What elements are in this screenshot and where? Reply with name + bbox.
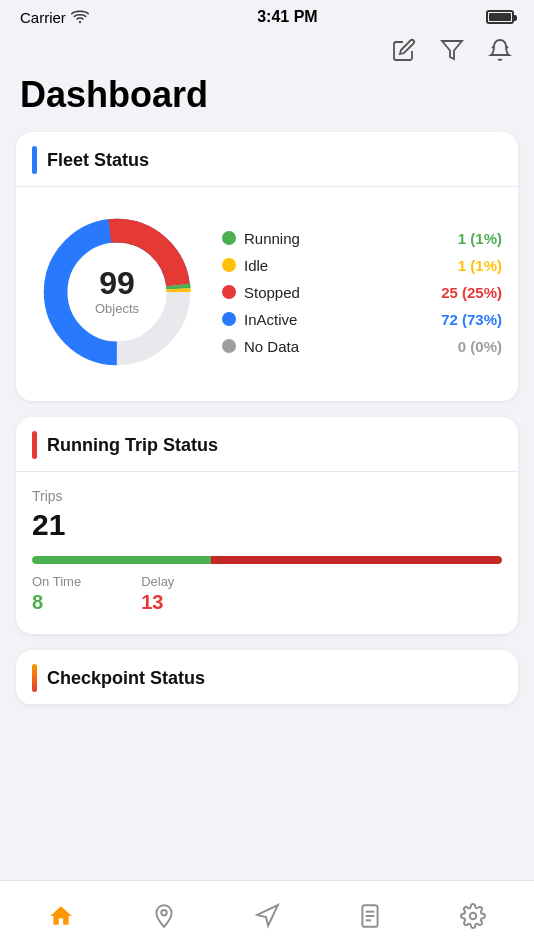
fleet-status-accent [32, 146, 37, 174]
legend-inactive: InActive 72 (73%) [222, 311, 502, 328]
edit-button[interactable] [390, 36, 418, 64]
stopped-label: Stopped [244, 284, 433, 301]
delay-value: 13 [141, 591, 174, 614]
running-value: 1 (1%) [458, 230, 502, 247]
svg-marker-1 [442, 41, 462, 59]
svg-point-8 [161, 910, 166, 915]
ontime-value: 8 [32, 591, 81, 614]
bottom-nav [0, 880, 534, 950]
inactive-dot [222, 312, 236, 326]
trip-body: Trips 21 On Time 8 Delay 13 [16, 472, 518, 634]
trip-progress-bar [32, 556, 502, 564]
ontime-label: On Time [32, 574, 81, 589]
idle-value: 1 (1%) [458, 257, 502, 274]
stopped-dot [222, 285, 236, 299]
running-trip-title: Running Trip Status [47, 435, 218, 456]
fleet-legend: Running 1 (1%) Idle 1 (1%) Stopped 25 (2… [222, 230, 502, 355]
nodata-label: No Data [244, 338, 450, 355]
nav-home[interactable] [10, 895, 113, 929]
nodata-value: 0 (0%) [458, 338, 502, 355]
nav-navigation[interactable] [216, 895, 319, 929]
wifi-icon [71, 9, 89, 26]
idle-dot [222, 258, 236, 272]
document-icon [357, 903, 383, 929]
home-icon [48, 903, 74, 929]
trips-count: 21 [32, 508, 502, 542]
filter-button[interactable] [438, 36, 466, 64]
trips-label: Trips [32, 488, 502, 504]
inactive-label: InActive [244, 311, 433, 328]
stopped-value: 25 (25%) [441, 284, 502, 301]
toolbar [0, 30, 534, 70]
donut-label: 99 Objects [95, 267, 139, 317]
status-bar: Carrier 3:41 PM [0, 0, 534, 30]
fleet-status-body: 99 Objects Running 1 (1%) Idle 1 (1%) St… [16, 187, 518, 401]
running-dot [222, 231, 236, 245]
trip-stats: On Time 8 Delay 13 [32, 574, 502, 614]
carrier-label: Carrier [20, 9, 89, 26]
donut-chart: 99 Objects [32, 207, 202, 377]
legend-nodata: No Data 0 (0%) [222, 338, 502, 355]
checkpoint-header: Checkpoint Status [16, 650, 518, 705]
running-trip-card: Running Trip Status Trips 21 On Time 8 D… [16, 417, 518, 634]
running-trip-accent [32, 431, 37, 459]
checkpoint-card: Checkpoint Status [16, 650, 518, 705]
page-title: Dashboard [0, 70, 534, 132]
fleet-status-header: Fleet Status [16, 132, 518, 187]
legend-running: Running 1 (1%) [222, 230, 502, 247]
donut-sublabel: Objects [95, 301, 139, 316]
settings-icon [460, 903, 486, 929]
delay-label: Delay [141, 574, 174, 589]
ontime-bar [32, 556, 211, 564]
location-icon [151, 903, 177, 929]
svg-marker-9 [257, 905, 278, 926]
nodata-dot [222, 339, 236, 353]
battery-icon [486, 10, 514, 24]
checkpoint-accent [32, 664, 37, 692]
legend-stopped: Stopped 25 (25%) [222, 284, 502, 301]
fleet-status-card: Fleet Status [16, 132, 518, 401]
delay-bar [211, 556, 502, 564]
delay-stat: Delay 13 [141, 574, 174, 614]
alert-button[interactable] [486, 36, 514, 64]
navigation-icon [254, 903, 280, 929]
svg-point-14 [469, 912, 476, 919]
nav-document[interactable] [318, 895, 421, 929]
running-label: Running [244, 230, 450, 247]
nav-settings[interactable] [421, 895, 524, 929]
checkpoint-title: Checkpoint Status [47, 668, 205, 689]
svg-point-0 [79, 20, 81, 22]
running-trip-header: Running Trip Status [16, 417, 518, 472]
nav-location[interactable] [113, 895, 216, 929]
donut-total: 99 [95, 267, 139, 299]
ontime-stat: On Time 8 [32, 574, 81, 614]
inactive-value: 72 (73%) [441, 311, 502, 328]
status-time: 3:41 PM [257, 8, 317, 26]
fleet-status-title: Fleet Status [47, 150, 149, 171]
idle-label: Idle [244, 257, 450, 274]
legend-idle: Idle 1 (1%) [222, 257, 502, 274]
